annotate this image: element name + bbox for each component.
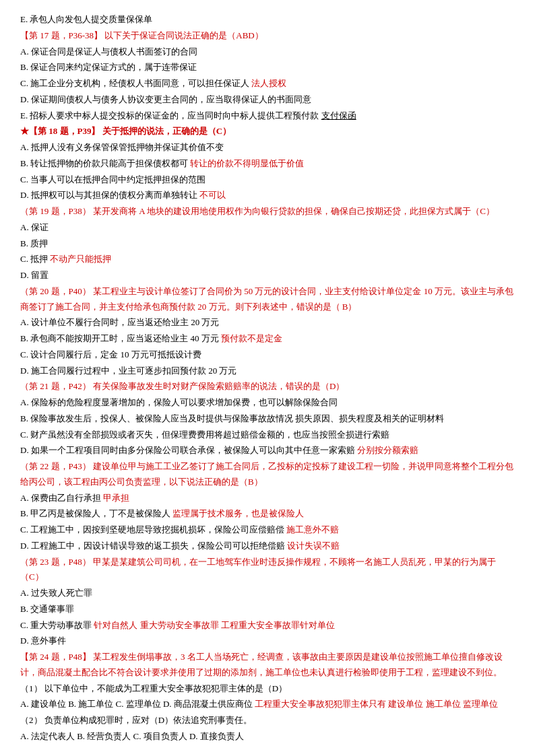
line-q20-c: C. 设计合同履行后，定金 10 万元可抵抵设计费 — [20, 347, 515, 363]
line-q22-d: D. 工程施工中，因设计错误导致的返工损失，保险公司可以拒绝偿赔 设计失误不赔 — [20, 539, 515, 554]
line-q17-b: B. 保证合同来约定保证方式的，属于连带保证 — [20, 60, 515, 75]
line-q18-c: C. 当事人可以在抵押合同中约定抵押担保的范围 — [20, 172, 515, 188]
line-q24-sub2: （2） 负责单位构成犯罪时，应对（D）依法追究刑事责任。 — [20, 713, 515, 728]
line-q17-header: 【第 17 题，P36-38】 以下关于保证合同说法正确的是（ABD） — [20, 28, 515, 44]
line-q24-sub1: （1） 以下单位中，不能成为工程重大安全事故犯犯罪主体的是（D） — [20, 681, 515, 697]
line-q19-b: B. 质押 — [20, 236, 515, 252]
line-q20-d: D. 施工合同履行过程中，业主可逐步扣回预付款 20 万元 — [20, 364, 515, 379]
line-q19-d: D. 留置 — [20, 268, 515, 283]
line-q23-b: B. 交通肇事罪 — [20, 602, 515, 617]
line-q19-a: A. 保证 — [20, 220, 515, 236]
line-q22-a: A. 保费由乙自行承担 甲承担 — [20, 491, 515, 506]
line-q22-header: （第 22 题，P43） 建设单位甲与施工工业乙签订了施工合同后，乙投标的定投标… — [20, 459, 515, 490]
line-q17-e: E. 招标人要求中标人提交投标的保证金的，应当同时向中标人提供工程预付款 支付保… — [20, 108, 515, 124]
line-q18-a: A. 抵押人没有义务保管保管抵押物并保证其价值不变 — [20, 140, 515, 156]
line-q20-a: A. 设计单位不履行合同时，应当返还给业主 20 万元 — [20, 315, 515, 331]
line-q21-a: A. 保险标的危险程度显著增加的，保险人可以要求增加保费，也可以解除保险合同 — [20, 395, 515, 411]
line-q21-header: （第 21 题，P42） 有关保险事故发生时对财产保险索赔赔率的说法，错误的是（… — [20, 379, 515, 394]
line-q23-d: D. 意外事件 — [20, 633, 515, 649]
line-q17-c: C. 施工企业分支机构，经债权人书面同意，可以担任保证人 法人授权 — [20, 76, 515, 92]
line-q20-header: （第 20 题，P40） 某工程业主与设计单位签订了合同价为 50 万元的设计合… — [20, 284, 515, 315]
line-q21-d: D. 如果一个工程项目同时由多分保险公司联合承保，被保险人可以向其中任意一家索赔… — [20, 443, 515, 458]
line-q17-d: D. 保证期间债权人与债务人协议变更主合同的，应当取得保证人的书面同意 — [20, 92, 515, 108]
line-q19-c: C. 抵押 不动产只能抵押 — [20, 252, 515, 267]
line-q24-sub1-opts: A. 建设单位 B. 施工单位 C. 监理单位 D. 商品混凝土供应商位 工程重… — [20, 697, 515, 712]
document-content: E. 承包人向发包人提交质量保保单 【第 17 题，P36-38】 以下关于保证… — [20, 12, 515, 756]
line-q23-a: A. 过失致人死亡罪 — [20, 586, 515, 601]
line-q18-header: ★【第 18 题，P39】 关于抵押的说法，正确的是（C） — [20, 124, 515, 139]
line-q17-a: A. 保证合同是保证人与债权人书面签订的合同 — [20, 44, 515, 60]
line-q23-header: （第 23 题，P48） 甲某是某建筑公司司机，在一工地驾车作业时违反操作规程，… — [20, 555, 515, 586]
line-q22-b: B. 甲乙丙是被保险人，丁不是被保险人 监理属于技术服务，也是被保险人 — [20, 506, 515, 522]
line-q23-c: C. 重大劳动事故罪 针对自然人 重大劳动安全事故罪 工程重大安全事故罪针对单位 — [20, 618, 515, 633]
line-q21-b: B. 保险事故发生后，投保人、被保险人应当及时提供与保险事故故情况 损失原因、损… — [20, 411, 515, 427]
line-q24-header: 【第 24 题，P48】 某工程发生倒塌事故，3 名工人当场死亡，经调查，该事故… — [20, 650, 515, 681]
line-q18-b: B. 转让抵押物的价款只能高于担保债权都可 转让的价款不得明显低于价值 — [20, 156, 515, 172]
line-e-contractor: E. 承包人向发包人提交质量保保单 — [20, 12, 515, 28]
line-q20-b: B. 承包商不能按期开工时，应当返还给业主 40 万元 预付款不是定金 — [20, 331, 515, 347]
line-q19-header: （第 19 题，P38） 某开发商将 A 地块的建设用地使用权作为向银行贷款的担… — [20, 204, 515, 219]
line-q18-d: D. 抵押权可以与其担保的债权分离而单独转让 不可以 — [20, 188, 515, 203]
line-q21-c: C. 财产虽然没有全部损毁或者灭失，但保理费费用将超过赔偿金额的，也应当按照全损… — [20, 427, 515, 443]
line-q22-c: C. 工程施工中，因按到坚硬地层导致挖掘机损坏，保险公司应偿赔偿 施工意外不赔 — [20, 522, 515, 538]
line-q24-sub2-opts: A. 法定代表人 B. 经营负责人 C. 项目负责人 D. 直接负责人 — [20, 729, 515, 745]
